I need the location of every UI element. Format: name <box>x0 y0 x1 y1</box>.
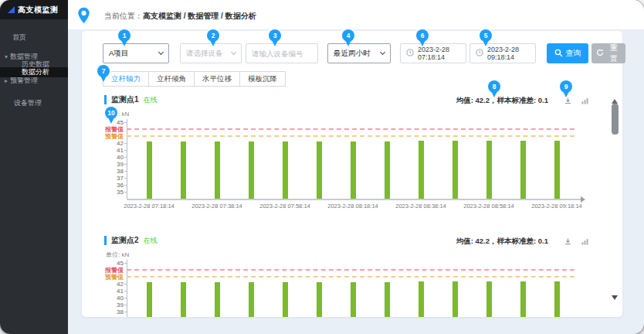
threshold-label: 报警值 <box>105 126 124 133</box>
y-tick-label: 41 <box>105 147 124 154</box>
annotation-badge-9: 9 <box>560 80 572 93</box>
bar <box>351 282 356 317</box>
clock-icon <box>476 49 483 58</box>
threshold-line <box>127 128 575 130</box>
threshold-line <box>127 276 575 278</box>
bar <box>385 282 390 317</box>
y-tick-label: 45 <box>105 260 124 267</box>
x-tick-label: 2023-2-28 07:18:14 <box>120 203 178 210</box>
tab-pole-axial-force[interactable]: 立杆轴力 <box>103 71 149 87</box>
project-select[interactable]: A项目 <box>103 43 169 63</box>
chart2-plot: 454241403938373635报警值预警值2023-2-28 07:18:… <box>105 259 585 317</box>
bar <box>419 141 424 199</box>
app-window: 高支模监测 首页 数据管理 历史数据 数据分析 预警管理 设备管理 当前位置：高… <box>0 0 644 334</box>
y-axis-line <box>127 119 127 199</box>
y-tick-label: 36 <box>105 182 124 189</box>
y-tick-label: 40 <box>105 154 124 161</box>
y-tick-label: 41 <box>105 288 124 295</box>
bar <box>317 141 322 199</box>
scrollbar-thumb[interactable] <box>612 104 619 135</box>
bar <box>283 141 288 199</box>
caret-right-icon <box>5 77 8 85</box>
y-tick-label: 39 <box>105 161 124 168</box>
chart1-title: 监测点1 <box>111 94 139 105</box>
y-tick-label: 38 <box>105 168 124 175</box>
y-tick-label: 37 <box>105 175 124 182</box>
bar <box>249 141 254 199</box>
bar <box>520 141 526 199</box>
y-tick-label: 40 <box>105 295 124 302</box>
time-range-value: 最近两小时 <box>334 49 371 59</box>
bar <box>486 141 492 199</box>
tab-pole-inclination[interactable]: 立杆倾角 <box>148 71 195 87</box>
caret-down-icon <box>5 53 8 61</box>
threshold-line <box>127 135 575 137</box>
end-time-field[interactable]: 2023-2-28 09:18:14 <box>469 43 536 63</box>
bar <box>317 282 322 317</box>
x-tick-label: 2023-2-28 08:58:14 <box>459 203 518 210</box>
topbar: 当前位置：高支模监测 / 数据管理 / 数据分析 <box>68 0 644 29</box>
bar <box>520 281 526 317</box>
bar <box>181 141 186 199</box>
clock-icon <box>406 49 414 58</box>
bar <box>147 282 152 317</box>
annotation-badge-4: 4 <box>342 29 354 42</box>
tab-formwork-settlement[interactable]: 模板沉降 <box>239 71 286 87</box>
annotation-badge-5: 5 <box>480 29 492 42</box>
annotation-badge-7: 7 <box>97 65 110 77</box>
app-logo: 高支模监测 <box>0 0 68 19</box>
breadcrumb-path: 高支模监测 / 数据管理 / 数据分析 <box>143 12 256 20</box>
axis-arrow-icon <box>581 196 585 203</box>
sidebar: 高支模监测 首页 数据管理 历史数据 数据分析 预警管理 设备管理 <box>0 0 68 334</box>
sidebar-item-home[interactable]: 首页 <box>12 33 26 42</box>
y-tick-label: 38 <box>105 308 124 315</box>
title-accent-bar <box>104 95 107 104</box>
bar-chart-icon[interactable] <box>579 95 590 106</box>
app-title: 高支模监测 <box>18 5 59 15</box>
content-card: A项目 请选择设备 最近两小时 2023-2-28 07:18:14 2023-… <box>82 31 622 317</box>
download-icon[interactable] <box>562 236 573 247</box>
scroll-up-icon[interactable] <box>612 96 618 104</box>
bar <box>554 281 560 317</box>
tab-horizontal-displacement[interactable]: 水平位移 <box>194 71 240 87</box>
chart2-unit-label: 单位: kN <box>106 250 129 259</box>
search-button[interactable]: 查询 <box>547 43 588 63</box>
chart2-header: 监测点2 在线 均值: 42.2，样本标准差: 0.1 <box>82 235 622 247</box>
y-tick-label: 42 <box>105 140 124 147</box>
y-tick-label: 42 <box>105 281 124 288</box>
bar <box>351 141 356 199</box>
bar <box>385 141 390 199</box>
annotation-badge-8: 8 <box>488 80 500 93</box>
x-tick-label: 2023-2-28 07:38:14 <box>188 203 246 210</box>
threshold-line <box>127 269 575 271</box>
chart1-status-badge: 在线 <box>144 95 158 105</box>
y-tick-label: 39 <box>105 302 124 308</box>
bar <box>249 282 254 317</box>
start-time-field[interactable]: 2023-2-28 07:18:14 <box>400 43 466 63</box>
vertical-scrollbar[interactable] <box>612 96 619 303</box>
sidebar-item-alert-management[interactable]: 预警管理 <box>5 77 38 85</box>
bar <box>147 141 152 199</box>
x-tick-label: 2023-2-28 07:58:14 <box>256 203 314 210</box>
threshold-label: 预警值 <box>105 274 124 281</box>
chevron-down-icon <box>231 49 236 55</box>
bar <box>452 141 458 199</box>
bar <box>554 141 560 199</box>
annotation-badge-10: 10 <box>105 107 117 119</box>
device-number-input[interactable] <box>246 43 318 63</box>
x-tick-label: 2023-2-28 08:38:14 <box>391 203 450 210</box>
x-tick-label: 2023-2-28 08:18:14 <box>324 203 382 210</box>
annotation-badge-3: 3 <box>269 29 281 42</box>
bar-chart-icon[interactable] <box>579 236 590 247</box>
bar <box>486 281 492 317</box>
bar <box>452 281 458 317</box>
time-range-select[interactable]: 最近两小时 <box>327 43 391 63</box>
reset-button[interactable]: 重置 <box>591 43 625 63</box>
x-axis-line <box>127 199 582 200</box>
bar <box>215 141 220 199</box>
breadcrumb: 当前位置：高支模监测 / 数据管理 / 数据分析 <box>104 11 256 22</box>
chart2-stats: 均值: 42.2，样本标准差: 0.1 <box>456 237 548 247</box>
project-select-value: A项目 <box>109 49 128 59</box>
scroll-down-icon[interactable] <box>612 295 618 303</box>
sidebar-item-device-management[interactable]: 设备管理 <box>14 99 42 107</box>
